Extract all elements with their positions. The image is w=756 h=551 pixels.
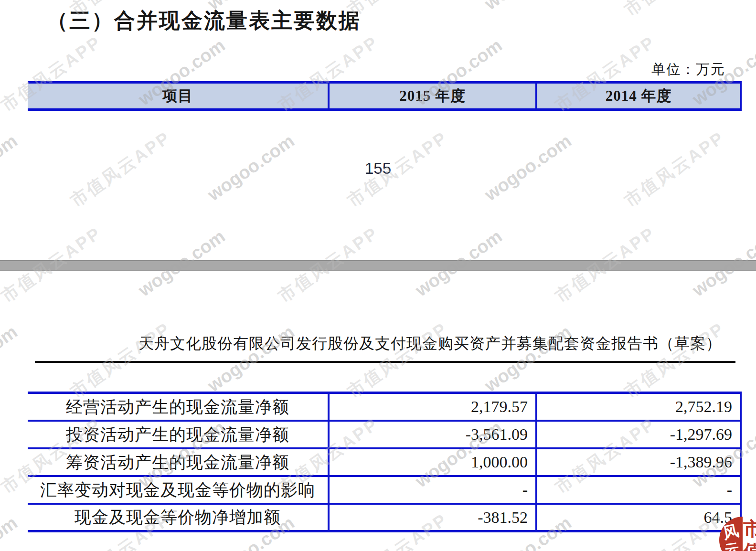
unit-label: 单位：万元 [651, 60, 725, 79]
row-label: 投资活动产生的现金流量净额 [28, 422, 330, 447]
row-label: 现金及现金等价物净增加额 [28, 505, 330, 530]
cashflow-table-body: 经营活动产生的现金流量净额 2,179.57 2,752.19 投资活动产生的现… [28, 392, 742, 532]
watermark-text: 市值风云APP [620, 317, 730, 403]
watermark-text: 市值风云APP [620, 0, 730, 21]
header-cell-2014: 2014 年度 [537, 84, 740, 108]
watermark-text: wogoo.com [0, 0, 21, 14]
watermark-text: wogoo.com [0, 512, 21, 551]
watermark-text: 市值风云APP [343, 317, 453, 403]
logo-brand-char: 市 [743, 518, 756, 540]
logo-brand-char: 值 [743, 540, 756, 551]
document-header-rule [35, 361, 735, 363]
watermark-text: 市值风云APP [66, 317, 176, 403]
row-value-2015: 2,179.57 [330, 394, 537, 420]
document-header: 天舟文化股份有限公司发行股份及支付现金购买资产并募集配套资金报告书（草案） [138, 333, 722, 354]
cashflow-table-header-row: 项目 2015 年度 2014 年度 [28, 81, 742, 111]
logo-red-seal-icon: 风 云 [719, 517, 743, 551]
row-value-2015: -3,561.09 [330, 422, 537, 447]
table-row: 现金及现金等价物净增加额 -381.52 64.5 [28, 505, 740, 532]
row-value-2015: - [330, 477, 537, 503]
table-row: 经营活动产生的现金流量净额 2,179.57 2,752.19 [28, 394, 740, 422]
watermark-text: wogoo.com [0, 321, 21, 396]
row-label: 筹资活动产生的现金流量净额 [28, 449, 330, 475]
row-value-2014: 2,752.19 [537, 394, 740, 420]
logo-brand-text: 市 值 [743, 518, 756, 551]
header-cell-item: 项目 [28, 84, 330, 108]
section-title: （三）合并现金流量表主要数据 [47, 7, 361, 35]
watermark-text: wogoo.com [481, 0, 575, 14]
row-value-2014: - [537, 477, 740, 503]
row-label: 汇率变动对现金及现金等价物的影响 [28, 477, 330, 503]
page-number: 155 [0, 159, 756, 178]
table-row: 筹资活动产生的现金流量净额 1,000.00 -1,389.96 [28, 449, 740, 477]
logo-seal-char: 云 [724, 539, 740, 551]
row-value-2014: -1,297.69 [537, 422, 740, 447]
row-value-2015: -381.52 [330, 505, 537, 530]
table-row: 投资活动产生的现金流量净额 -3,561.09 -1,297.69 [28, 422, 740, 449]
watermark-text: wogoo.com [204, 321, 298, 396]
row-value-2014: -1,389.96 [537, 449, 740, 475]
row-value-2015: 1,000.00 [330, 449, 537, 475]
watermark-text: wogoo.com [481, 321, 575, 396]
row-value-2014: 64.5 [537, 505, 740, 530]
table-row: 汇率变动对现金及现金等价物的影响 - - [28, 477, 740, 505]
page-break-divider [0, 260, 756, 271]
row-label: 经营活动产生的现金流量净额 [28, 394, 330, 420]
shizhifengyun-logo: 风 云 市 值 [719, 517, 756, 551]
header-cell-2015: 2015 年度 [330, 84, 537, 108]
